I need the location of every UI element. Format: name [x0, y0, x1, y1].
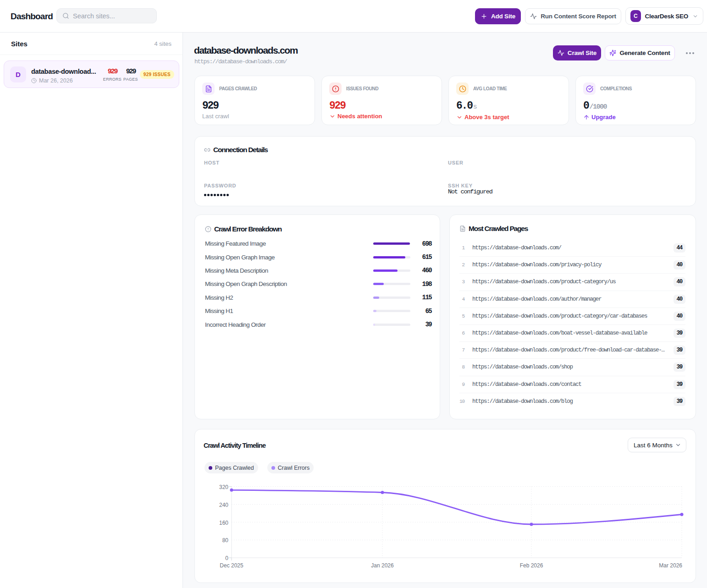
svg-text:160: 160 — [219, 520, 228, 526]
svg-text:Mar 2026: Mar 2026 — [659, 562, 682, 569]
svg-text:Dec 2025: Dec 2025 — [220, 562, 243, 569]
svg-text:80: 80 — [222, 537, 229, 544]
svg-text:Jan 2026: Jan 2026 — [371, 562, 394, 569]
svg-text:240: 240 — [219, 502, 228, 508]
svg-text:Feb 2026: Feb 2026 — [520, 562, 543, 569]
svg-text:0: 0 — [225, 555, 228, 561]
svg-text:320: 320 — [219, 484, 228, 490]
